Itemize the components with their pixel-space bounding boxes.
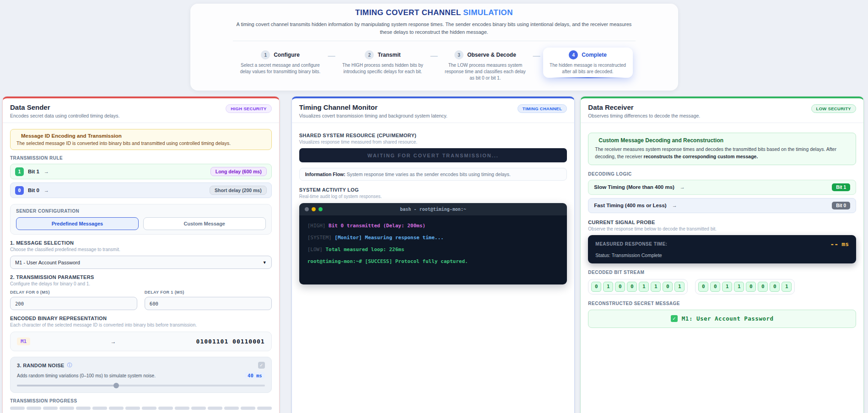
log-line-low: [LOW] Total measured loop: 226ms: [307, 247, 559, 252]
bit-chip: 1: [603, 282, 613, 292]
encoding-alert-desc: The selected message ID is converted int…: [16, 140, 265, 146]
long-delay-pill: Long delay (600 ms): [210, 167, 267, 176]
reconstructed-message-text: M1: User Account Password: [682, 315, 774, 322]
step-title: Transmit: [377, 52, 400, 58]
delay1-input[interactable]: [145, 297, 272, 310]
bit-group-1: 0 1 0 0 1 1 0 1: [588, 279, 688, 295]
information-flow-title: Information Flow:: [305, 172, 345, 177]
check-icon: ✓: [671, 315, 678, 322]
bit-stream-label: DECODED BIT STREAM: [588, 270, 856, 275]
decoding-alert-title: Custom Message Decoding and Reconstructi…: [595, 137, 849, 144]
activity-log-desc: Real-time audit log of system responses.: [299, 194, 567, 199]
message-selection-desc: Choose the classified predefined message…: [10, 247, 272, 252]
bit-group-2: 0 0 1 1 0 0 0 1: [695, 279, 795, 295]
data-receiver-panel: Data Receiver Observes timing difference…: [580, 97, 864, 413]
random-noise-box: 3. RANDOM NOISE ⓘ ✓ Adds random timing v…: [10, 357, 272, 393]
rule-bit1-row: 1 Bit 1 → Long delay (600 ms): [10, 164, 272, 179]
decoded-bit-stream: 0 1 0 0 1 1 0 1 0 0 1 1 0 0 0 1: [588, 279, 856, 295]
signal-probe-label: CURRENT SIGNAL PROBE: [588, 220, 856, 225]
sender-configuration-box: SENDER CONFIGURATION Predefined Messages…: [10, 204, 272, 235]
high-security-badge: HIGH SECURITY: [226, 104, 271, 113]
waiting-banner: WAITING FOR COVERT TRANSMISSION...: [299, 148, 567, 162]
message-select-value: M1 - User Account Password: [15, 260, 80, 265]
transmission-progress-label: TRANSMISSION PROGRESS: [10, 398, 272, 403]
tab-custom-message[interactable]: Custom Message: [143, 217, 266, 230]
bit-chip: 1: [734, 282, 744, 292]
noise-slider[interactable]: [17, 385, 265, 386]
noise-value: 40 ms: [245, 372, 265, 379]
terminal-output: [HIGH] Bit 0 transmitted (Delay: 200ms) …: [299, 215, 567, 284]
step-title: Complete: [582, 52, 607, 58]
delay0-input[interactable]: [10, 297, 137, 310]
log-line-system: [SYSTEM] [Monitor] Measuring response ti…: [307, 235, 559, 241]
step-complete: 4 Complete The hidden message is reconst…: [543, 48, 633, 78]
step-number: 3: [454, 50, 464, 59]
low-security-badge: LOW SECURITY: [811, 104, 856, 113]
step-configure: 1 Configure Select a secret message and …: [236, 48, 325, 78]
noise-slider-fill: [17, 385, 116, 386]
arrow-icon: →: [30, 338, 196, 345]
step-number: 4: [569, 50, 578, 59]
probe-status: Status: Transmission Complete: [595, 252, 849, 258]
step-separator: —: [431, 52, 438, 60]
encoding-alert-title: Message ID Encoding and Transmission: [16, 133, 265, 139]
arrow-icon: →: [680, 184, 685, 190]
monitor-subtitle: Visualizes covert transmission timing an…: [299, 113, 447, 118]
random-noise-label: 3. RANDOM NOISE: [17, 363, 65, 368]
encoded-bits-value: 01001101 00110001: [196, 338, 265, 345]
stepper: 1 Configure Select a secret message and …: [201, 48, 667, 84]
bit-chip: 0: [627, 282, 637, 292]
fast-timing-label: Fast Timing (400 ms or Less): [594, 203, 666, 208]
arrow-icon: →: [44, 188, 49, 193]
step-transmit: 2 Transmit The HIGH process sends hidden…: [338, 48, 428, 78]
log-tag: [LOW]: [307, 247, 323, 252]
rule-bit0-row: 0 Bit 0 → Short delay (200 ms): [10, 182, 272, 198]
transmission-progress-bar: [10, 407, 272, 410]
log-line-high: [HIGH] Bit 0 transmitted (Delay: 200ms): [307, 223, 559, 229]
arrow-icon: →: [44, 169, 49, 174]
delay0-label: DELAY FOR 0 (MS): [10, 290, 137, 295]
page-title: TIMING COVERT CHANNEL SIMULATION: [201, 8, 667, 17]
log-message: Total measured loop: 226ms: [323, 247, 404, 252]
transmission-params-desc: Configure the delays for binary 0 and 1.: [10, 281, 272, 286]
bit-chip: 1: [674, 282, 685, 292]
tab-predefined-messages[interactable]: Predefined Messages: [16, 217, 139, 230]
page-subtitle: A timing covert channel transmits hidden…: [233, 21, 636, 41]
bit-chip: 0: [591, 282, 601, 292]
bit-chip: 1: [651, 282, 661, 292]
message-select[interactable]: M1 - User Account Password ▼: [10, 256, 272, 269]
sender-subtitle: Encodes secret data using controlled tim…: [10, 113, 119, 118]
slow-timing-label: Slow Timing (More than 400 ms): [594, 184, 674, 190]
bit-chip: 0: [615, 282, 625, 292]
bit-chip: 0: [663, 282, 673, 292]
bit-chip: 1: [782, 282, 792, 292]
bit1-square: 1: [15, 167, 24, 176]
transmission-rule-label: TRANSMISSION RULE: [10, 156, 272, 161]
bit0-badge: Bit 0: [832, 202, 850, 209]
encoding-alert: Message ID Encoding and Transmission The…: [10, 129, 272, 150]
page-title-accent: SIMULATION: [463, 8, 513, 17]
log-line-prompt: root@timing-mon:~# [SUCCESS] Protocol fu…: [307, 258, 559, 264]
bit1-badge: Bit 1: [832, 183, 850, 191]
receiver-subtitle: Observes timing differences to decode th…: [588, 113, 700, 118]
noise-slider-thumb[interactable]: [113, 383, 119, 388]
activity-log-label: SYSTEM ACTIVITY LOG: [299, 187, 567, 193]
step-desc: The HIGH process sends hidden bits by in…: [342, 62, 424, 75]
decoding-logic-label: DECODING LOGIC: [588, 172, 856, 177]
data-sender-panel: Data Sender Encodes secret data using co…: [2, 97, 280, 413]
info-icon: ⓘ: [67, 362, 72, 369]
decoding-alert-desc: The receiver measures system response ti…: [595, 146, 849, 161]
monitor-title: Timing Channel Monitor: [299, 103, 447, 111]
log-tag: [HIGH]: [307, 223, 326, 229]
terminal-titlebar: bash - root@timing-mon:~: [299, 203, 567, 215]
sender-title: Data Sender: [10, 103, 119, 111]
transmission-params-label: 2. TRANSMISSION PARAMETERS: [10, 274, 272, 280]
measured-response-box: MEASURED RESPONSE TIME: -- ms Status: Tr…: [588, 235, 856, 263]
header-card: TIMING COVERT CHANNEL SIMULATION A timin…: [190, 4, 678, 91]
bit-chip: 1: [722, 282, 732, 292]
step-desc: The hidden message is reconstructed afte…: [547, 62, 629, 75]
bit-chip: 0: [710, 282, 720, 292]
noise-checkbox[interactable]: ✓: [258, 362, 265, 369]
bit-chip: 0: [758, 282, 768, 292]
measured-response-value: --: [830, 240, 838, 248]
